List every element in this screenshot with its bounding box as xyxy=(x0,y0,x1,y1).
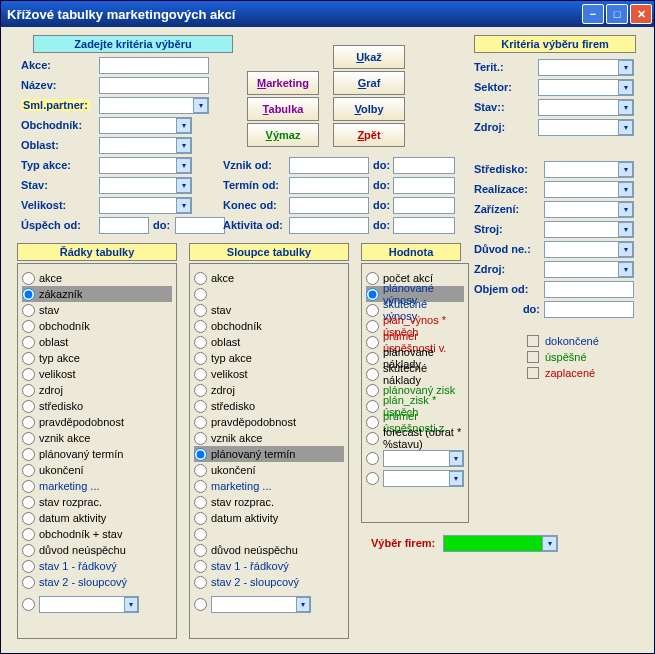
input-firm-objem_od[interactable] xyxy=(544,281,634,298)
vals-combo[interactable]: ▾ xyxy=(383,450,464,467)
input-uspech-do[interactable] xyxy=(175,217,225,234)
input-vznik-do[interactable] xyxy=(393,157,455,174)
rows-option[interactable]: marketing ... xyxy=(22,478,172,494)
cols-option[interactable] xyxy=(194,286,344,302)
cols-option[interactable]: stav xyxy=(194,302,344,318)
volby-button[interactable]: Volby xyxy=(333,97,405,121)
input-uspech-od[interactable] xyxy=(99,217,149,234)
tabulka-button[interactable]: Tabulka xyxy=(247,97,319,121)
combo-velikost[interactable]: ▾ xyxy=(99,197,192,214)
label-firm-zdroj: Zdroj: xyxy=(474,121,534,133)
combo-firm-sektor[interactable]: ▾ xyxy=(538,79,634,96)
chevron-down-icon: ▾ xyxy=(618,162,633,177)
cols-combo[interactable]: ▾ xyxy=(211,596,311,613)
cols-option[interactable]: stav rozprac. xyxy=(194,494,344,510)
combo-firm-zarizeni[interactable]: ▾ xyxy=(544,201,634,218)
cols-option[interactable]: vznik akce xyxy=(194,430,344,446)
chk-uspesne[interactable] xyxy=(527,351,539,363)
input-aktivita-od[interactable] xyxy=(289,217,369,234)
vals-combo[interactable]: ▾ xyxy=(383,470,464,487)
input-termin-do[interactable] xyxy=(393,177,455,194)
cols-option[interactable]: středisko xyxy=(194,398,344,414)
rows-combo-option[interactable]: ▾ xyxy=(22,596,172,612)
input-termin-od[interactable] xyxy=(289,177,369,194)
combo-smlpartner[interactable]: ▾ xyxy=(99,97,209,114)
cols-option[interactable]: pravděpodobnost xyxy=(194,414,344,430)
input-akce[interactable] xyxy=(99,57,209,74)
rows-option[interactable]: zákazník xyxy=(22,286,172,302)
cols-option[interactable]: akce xyxy=(194,270,344,286)
combo-firm-stredisko[interactable]: ▾ xyxy=(544,161,634,178)
cols-option[interactable]: stav 2 - sloupcový xyxy=(194,574,344,590)
minimize-button[interactable]: − xyxy=(582,4,604,24)
ukaz-button[interactable]: Ukaž xyxy=(333,45,405,69)
rows-option[interactable]: oblast xyxy=(22,334,172,350)
rows-option[interactable]: typ akce xyxy=(22,350,172,366)
combo-firm-zdroj2[interactable]: ▾ xyxy=(544,261,634,278)
zpet-button[interactable]: Zpět xyxy=(333,123,405,147)
label-aktivita-do: do: xyxy=(373,219,390,231)
combo-obchodnik[interactable]: ▾ xyxy=(99,117,192,134)
label-firm-objem_od: Objem od: xyxy=(474,283,540,295)
rows-option[interactable]: pravděpodobnost xyxy=(22,414,172,430)
rows-option[interactable]: akce xyxy=(22,270,172,286)
rows-option[interactable]: stav xyxy=(22,302,172,318)
combo-firm-terit[interactable]: ▾ xyxy=(538,59,634,76)
cols-option[interactable]: ukončení xyxy=(194,462,344,478)
graf-button[interactable]: Graf xyxy=(333,71,405,95)
label-firm-realizace: Realizace: xyxy=(474,183,540,195)
rows-option[interactable]: velikost xyxy=(22,366,172,382)
input-konec-do[interactable] xyxy=(393,197,455,214)
cols-option[interactable] xyxy=(194,526,344,542)
rows-option[interactable]: stav 1 - řádkový xyxy=(22,558,172,574)
combo-stav[interactable]: ▾ xyxy=(99,177,192,194)
input-firm-do[interactable] xyxy=(544,301,634,318)
cols-option[interactable]: plánovaný termín xyxy=(194,446,344,462)
combo-firm-zdroj[interactable]: ▾ xyxy=(538,119,634,136)
rows-combo[interactable]: ▾ xyxy=(39,596,139,613)
input-vznik-od[interactable] xyxy=(289,157,369,174)
vals-option[interactable]: forecast (obrat * %stavu) xyxy=(366,430,464,446)
rows-option[interactable]: plánovaný termín xyxy=(22,446,172,462)
rows-option[interactable]: stav rozprac. xyxy=(22,494,172,510)
rows-option[interactable]: datum aktivity xyxy=(22,510,172,526)
rows-option[interactable]: obchodník + stav xyxy=(22,526,172,542)
close-button[interactable]: ✕ xyxy=(630,4,652,24)
cols-option[interactable]: důvod neúspěchu xyxy=(194,542,344,558)
rows-option[interactable]: stav 2 - sloupcový xyxy=(22,574,172,590)
input-aktivita-do[interactable] xyxy=(393,217,455,234)
cols-option[interactable]: datum aktivity xyxy=(194,510,344,526)
cols-option[interactable]: oblast xyxy=(194,334,344,350)
cols-option[interactable]: zdroj xyxy=(194,382,344,398)
combo-firm-stav[interactable]: ▾ xyxy=(538,99,634,116)
combo-typakce[interactable]: ▾ xyxy=(99,157,192,174)
combo-vyber-firem[interactable]: ▾ xyxy=(443,535,558,552)
input-nazev[interactable] xyxy=(99,77,209,94)
value-title: Hodnota xyxy=(361,243,461,261)
cols-option[interactable]: marketing ... xyxy=(194,478,344,494)
rows-option[interactable]: důvod neúspěchu xyxy=(22,542,172,558)
vals-combo-option[interactable]: ▾ xyxy=(366,470,464,486)
cols-option[interactable]: stav 1 - řádkový xyxy=(194,558,344,574)
rows-option[interactable]: obchodník xyxy=(22,318,172,334)
chk-dokoncene[interactable] xyxy=(527,335,539,347)
chk-zaplacene[interactable] xyxy=(527,367,539,379)
combo-oblast[interactable]: ▾ xyxy=(99,137,192,154)
vals-option[interactable]: skutečné náklady xyxy=(366,366,464,382)
input-konec-od[interactable] xyxy=(289,197,369,214)
vals-combo-option[interactable]: ▾ xyxy=(366,450,464,466)
marketing-button[interactable]: Marketing xyxy=(247,71,319,95)
cols-option[interactable]: obchodník xyxy=(194,318,344,334)
rows-option[interactable]: zdroj xyxy=(22,382,172,398)
combo-firm-realizace[interactable]: ▾ xyxy=(544,181,634,198)
rows-option[interactable]: ukončení xyxy=(22,462,172,478)
rows-option[interactable]: středisko xyxy=(22,398,172,414)
maximize-button[interactable]: □ xyxy=(606,4,628,24)
combo-firm-duvod_ne[interactable]: ▾ xyxy=(544,241,634,258)
vymaz-button[interactable]: Výmaz xyxy=(247,123,319,147)
rows-option[interactable]: vznik akce xyxy=(22,430,172,446)
combo-firm-stroj[interactable]: ▾ xyxy=(544,221,634,238)
cols-option[interactable]: typ akce xyxy=(194,350,344,366)
cols-combo-option[interactable]: ▾ xyxy=(194,596,344,612)
cols-option[interactable]: velikost xyxy=(194,366,344,382)
